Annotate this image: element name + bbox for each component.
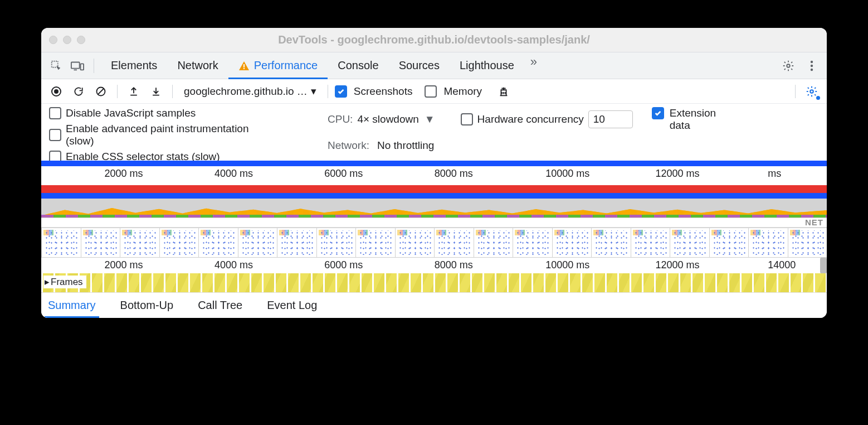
filmstrip-thumb[interactable] (788, 228, 827, 258)
filmstrip-thumb[interactable] (434, 228, 474, 258)
cpu-throttle-select[interactable]: 4× slowdown ▼ (357, 113, 435, 125)
svg-rect-3 (243, 64, 245, 67)
tab-label: Lighthouse (460, 59, 514, 72)
svg-rect-2 (81, 64, 84, 70)
hardware-concurrency-input[interactable] (588, 110, 633, 128)
filmstrip-thumb[interactable] (355, 228, 396, 258)
tab-label: Network (177, 59, 218, 72)
network-overview[interactable]: NET (41, 218, 827, 228)
filmstrip-thumb[interactable] (670, 228, 710, 258)
close-window-icon[interactable] (49, 36, 57, 44)
disable-js-samples-checkbox[interactable] (49, 107, 61, 119)
filmstrip-thumb[interactable] (552, 228, 592, 258)
filmstrip-thumb[interactable] (238, 228, 278, 258)
svg-rect-1 (71, 62, 80, 68)
frames-track-header[interactable]: ▸ Frames (43, 276, 86, 288)
window-controls (49, 36, 85, 44)
svg-point-6 (811, 60, 813, 62)
origin-select[interactable]: googlechrome.github.io … ▾ (179, 83, 321, 100)
flamechart-ruler[interactable]: 2000 ms 4000 ms 6000 ms 8000 ms 10000 ms… (41, 258, 827, 273)
svg-point-10 (54, 89, 58, 94)
filmstrip-thumb[interactable] (395, 228, 435, 258)
chevron-down-icon: ▼ (425, 113, 435, 125)
devtools-window: DevTools - googlechrome.github.io/devtoo… (41, 28, 827, 318)
filmstrip-thumb[interactable] (41, 228, 81, 258)
filmstrip-thumb[interactable] (748, 228, 788, 258)
device-toolbar-icon[interactable] (68, 56, 87, 75)
tab-console[interactable]: Console (328, 52, 388, 79)
screenshots-label: Screenshots (354, 85, 413, 98)
details-tab-bar: Summary Bottom-Up Call Tree Event Log (41, 292, 827, 318)
tick-label: 6000 ms (324, 259, 363, 271)
tab-performance[interactable]: Performance (228, 52, 328, 79)
overview-ticks: 2000 ms 4000 ms 6000 ms 8000 ms 10000 ms… (41, 166, 827, 183)
memory-checkbox[interactable] (425, 85, 437, 98)
screenshots-checkbox[interactable] (335, 85, 347, 98)
filmstrip-thumb[interactable] (159, 228, 199, 258)
chevron-right-icon: ▸ (45, 276, 50, 288)
screenshot-filmstrip[interactable] (41, 228, 827, 258)
clear-icon[interactable] (91, 82, 110, 101)
maximize-window-icon[interactable] (77, 36, 85, 44)
net-label: NET (805, 218, 823, 227)
performance-toolbar: googlechrome.github.io … ▾ Screenshots M… (41, 79, 827, 104)
inspect-element-icon[interactable] (47, 56, 66, 75)
svg-point-8 (811, 68, 813, 70)
tab-bottom-up[interactable]: Bottom-Up (117, 293, 177, 318)
tab-label: Elements (111, 59, 157, 72)
filmstrip-thumb[interactable] (474, 228, 514, 258)
main-tab-bar: Elements Network Performance Console Sou… (41, 52, 827, 79)
scrollbar[interactable] (820, 258, 827, 273)
warning-icon (238, 61, 250, 71)
long-task-bar (41, 185, 827, 193)
reload-record-icon[interactable] (69, 82, 88, 101)
filmstrip-thumb[interactable] (81, 228, 121, 258)
tab-lighthouse[interactable]: Lighthouse (450, 52, 524, 79)
garbage-collect-icon[interactable] (494, 82, 513, 101)
settings-icon[interactable] (779, 56, 798, 75)
tab-label: Sources (399, 59, 440, 72)
tick-label: 8000 ms (435, 168, 473, 180)
filmstrip-thumb[interactable] (198, 228, 238, 258)
filmstrip-thumb[interactable] (709, 228, 749, 258)
extension-data-checkbox[interactable] (652, 107, 664, 119)
network-label: Network: (328, 139, 369, 152)
tick-label: 12000 ms (656, 259, 700, 271)
record-icon[interactable] (47, 82, 66, 101)
filmstrip-thumb[interactable] (316, 228, 357, 258)
svg-rect-4 (243, 68, 245, 69)
frames-track[interactable]: ▸ Frames (41, 273, 827, 292)
overview-ruler[interactable]: 2000 ms 4000 ms 6000 ms 8000 ms 10000 ms… (41, 161, 827, 199)
tabs: Elements Network Performance Console Sou… (101, 52, 543, 79)
advanced-paint-label: Enable advanced paint instrumentation (s… (66, 123, 255, 147)
upload-icon[interactable] (124, 82, 143, 101)
download-icon[interactable] (147, 82, 165, 101)
filmstrip-thumb[interactable] (120, 228, 160, 258)
tab-network[interactable]: Network (167, 52, 228, 79)
filmstrip-thumb[interactable] (277, 228, 317, 258)
tick-label: 10000 ms (545, 259, 589, 271)
filmstrip-thumb[interactable] (513, 228, 553, 258)
advanced-paint-checkbox[interactable] (49, 129, 61, 141)
cpu-overview-chart[interactable] (41, 199, 827, 218)
filmstrip-thumb[interactable] (631, 228, 671, 258)
tab-label: Console (338, 59, 378, 72)
divider (117, 85, 118, 98)
capture-settings-icon[interactable] (802, 82, 821, 101)
tick-label: 4000 ms (214, 259, 253, 271)
minimize-window-icon[interactable] (63, 36, 71, 44)
tab-summary[interactable]: Summary (45, 293, 99, 318)
tab-elements[interactable]: Elements (101, 52, 167, 79)
tab-sources[interactable]: Sources (389, 52, 450, 79)
kebab-menu-icon[interactable] (802, 56, 821, 75)
more-tabs-icon[interactable]: » (524, 52, 543, 71)
cpu-throttle-value: 4× slowdown (357, 113, 418, 125)
overview-highlight: 2000 ms 4000 ms 6000 ms 8000 ms 10000 ms… (41, 161, 827, 199)
memory-label: Memory (443, 85, 482, 98)
tab-event-log[interactable]: Event Log (264, 293, 320, 318)
filmstrip-thumb[interactable] (591, 228, 631, 258)
extension-data-label: Extension data (670, 107, 716, 132)
titlebar: DevTools - googlechrome.github.io/devtoo… (41, 28, 827, 52)
hardware-concurrency-checkbox[interactable] (461, 113, 473, 125)
tab-call-tree[interactable]: Call Tree (194, 293, 246, 318)
